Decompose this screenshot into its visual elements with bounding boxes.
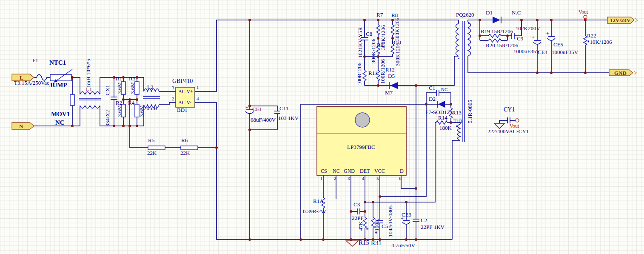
ic-thermal-pad bbox=[355, 113, 370, 127]
resistor-body[interactable] bbox=[135, 104, 139, 117]
resistor-body[interactable] bbox=[148, 146, 165, 150]
resistor-body[interactable] bbox=[135, 82, 139, 94]
net-flag-l-shape[interactable] bbox=[12, 74, 34, 81]
net-flag-n-shape[interactable] bbox=[12, 123, 34, 129]
net-flag-gnd-shape[interactable] bbox=[609, 70, 633, 76]
schematic-page: F1T3.15A/250VacNTC1JUMPMOV1NCLNL11mH 10*… bbox=[0, 0, 644, 254]
schematic-drawing bbox=[0, 0, 644, 254]
resistor-body[interactable] bbox=[70, 94, 74, 106]
resistor-body[interactable] bbox=[121, 82, 125, 94]
net-flag-12v24v-shape[interactable] bbox=[607, 17, 634, 23]
resistor-body[interactable] bbox=[181, 146, 198, 150]
resistor-body[interactable] bbox=[121, 104, 125, 117]
bridge-bd1-body[interactable] bbox=[176, 87, 195, 107]
